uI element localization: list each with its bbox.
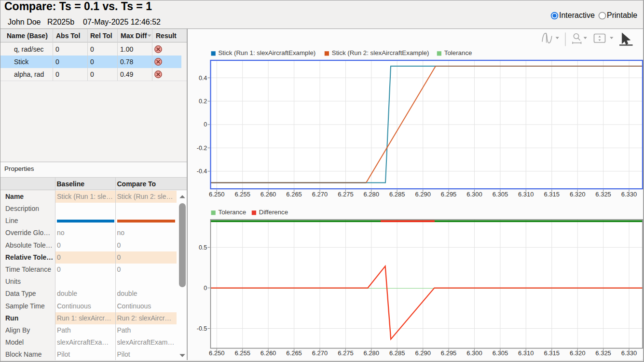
svg-text:Stick (Run 2: slexAircraftExam: Stick (Run 2: slexAircraftExample) bbox=[332, 49, 429, 56]
svg-text:Tolerance: Tolerance bbox=[219, 209, 247, 216]
svg-text:6.305: 6.305 bbox=[493, 191, 508, 198]
svg-text:6.300: 6.300 bbox=[466, 191, 482, 198]
svg-text:6.290: 6.290 bbox=[415, 191, 431, 198]
svg-text:6.250: 6.250 bbox=[209, 349, 225, 357]
svg-text:6.320: 6.320 bbox=[570, 191, 586, 198]
svg-text:0.4: 0.4 bbox=[199, 75, 207, 82]
svg-text:6.315: 6.315 bbox=[544, 349, 560, 357]
svg-text:6.300: 6.300 bbox=[466, 349, 482, 357]
svg-text:0: 0 bbox=[204, 285, 207, 292]
svg-text:Difference: Difference bbox=[259, 209, 288, 216]
svg-text:6.255: 6.255 bbox=[234, 349, 250, 357]
svg-text:0.5: 0.5 bbox=[199, 244, 207, 251]
svg-text:6.285: 6.285 bbox=[389, 191, 405, 198]
svg-text:6.320: 6.320 bbox=[570, 349, 586, 357]
svg-text:6.270: 6.270 bbox=[312, 349, 328, 357]
svg-text:6.280: 6.280 bbox=[364, 191, 380, 198]
svg-text:6.315: 6.315 bbox=[544, 191, 560, 198]
svg-text:6.250: 6.250 bbox=[209, 191, 225, 198]
svg-text:0.2: 0.2 bbox=[199, 98, 207, 105]
svg-text:6.255: 6.255 bbox=[234, 191, 250, 198]
svg-text:6.325: 6.325 bbox=[595, 191, 611, 198]
svg-text:6.310: 6.310 bbox=[518, 191, 534, 198]
svg-text:0: 0 bbox=[204, 121, 207, 128]
svg-text:6.265: 6.265 bbox=[286, 191, 302, 198]
svg-text:6.325: 6.325 bbox=[595, 349, 611, 357]
svg-text:6.295: 6.295 bbox=[441, 191, 457, 198]
svg-text:6.260: 6.260 bbox=[260, 349, 276, 357]
svg-text:6.270: 6.270 bbox=[312, 191, 328, 198]
svg-text:Stick (Run 1: slexAircraftExam: Stick (Run 1: slexAircraftExample) bbox=[219, 49, 316, 56]
svg-text:6.275: 6.275 bbox=[338, 191, 354, 198]
svg-text:6.260: 6.260 bbox=[260, 191, 276, 198]
svg-text:-0.2: -0.2 bbox=[197, 145, 207, 152]
svg-text:6.290: 6.290 bbox=[415, 349, 431, 357]
svg-text:-0.5: -0.5 bbox=[197, 325, 207, 332]
svg-text:6.330: 6.330 bbox=[621, 191, 637, 198]
svg-text:Tolerance: Tolerance bbox=[444, 49, 472, 56]
svg-text:6.280: 6.280 bbox=[364, 349, 380, 357]
svg-text:-0.4: -0.4 bbox=[197, 168, 207, 175]
svg-text:6.305: 6.305 bbox=[493, 349, 508, 357]
svg-text:6.310: 6.310 bbox=[518, 349, 534, 357]
svg-text:6.330: 6.330 bbox=[621, 349, 637, 357]
svg-text:6.295: 6.295 bbox=[441, 349, 457, 357]
svg-text:6.275: 6.275 bbox=[338, 349, 354, 357]
svg-text:6.285: 6.285 bbox=[389, 349, 405, 357]
svg-text:6.265: 6.265 bbox=[286, 349, 302, 357]
